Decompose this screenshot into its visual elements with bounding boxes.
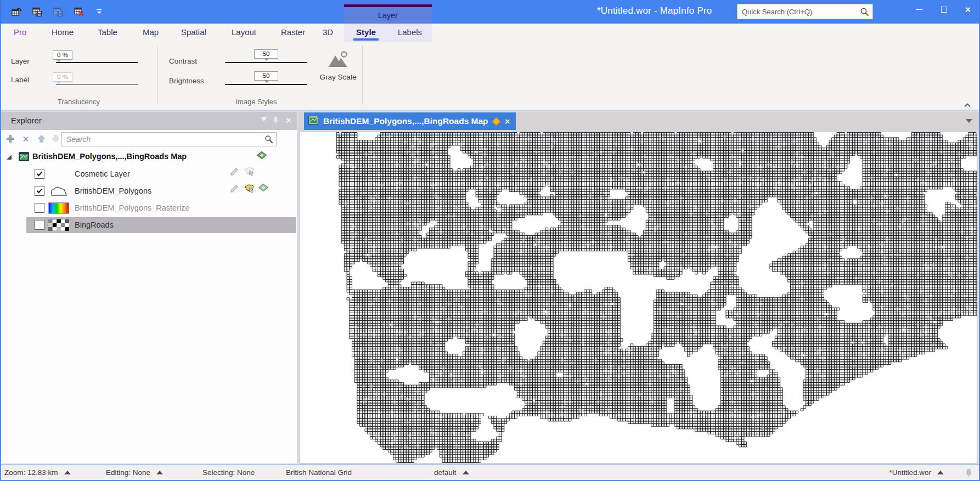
explorer-header: Explorer xyxy=(1,112,297,130)
layer-visibility-checkbox[interactable] xyxy=(35,186,44,196)
tab-labels[interactable]: Labels xyxy=(388,24,432,42)
contrast-track[interactable] xyxy=(225,62,307,63)
map-window xyxy=(300,132,977,463)
quick-search-input[interactable] xyxy=(737,8,860,16)
layer-name: BritishDEM_Polygons_Rasterize xyxy=(75,200,190,216)
notifications-bell-icon[interactable] xyxy=(964,465,973,480)
layer-row-cosmetic[interactable]: Cosmetic Layer xyxy=(26,166,296,182)
close-tab-icon[interactable] xyxy=(504,118,510,124)
tab-layout[interactable]: Layout xyxy=(232,24,256,42)
popup-indicator-icon xyxy=(463,471,469,474)
tab-table[interactable]: Table xyxy=(98,24,117,42)
window-title: *Untitled.wor - MapInfo Pro xyxy=(597,5,712,16)
document-area: BritishDEM_Polygons,...,BingRoads Map xyxy=(298,112,979,463)
contextual-tabs: Style Labels xyxy=(344,24,432,42)
document-tab-bar: BritishDEM_Polygons,...,BingRoads Map xyxy=(298,112,979,131)
close-table-button[interactable] xyxy=(72,5,86,18)
customize-qat-icon[interactable] xyxy=(97,9,102,14)
close-table-icon xyxy=(74,7,85,16)
modified-indicator-icon xyxy=(492,117,500,126)
polygon-style-swatch[interactable] xyxy=(48,185,69,197)
label-translucency-track[interactable] xyxy=(56,84,138,85)
add-button[interactable] xyxy=(4,133,16,145)
label-slider-label: Label xyxy=(11,76,29,84)
move-up-button[interactable] xyxy=(35,133,47,145)
close-panel-icon[interactable] xyxy=(285,117,291,123)
layer-translucency-track[interactable] xyxy=(56,62,138,63)
layer-row-britishdem-polygons[interactable]: BritishDEM_Polygons xyxy=(26,183,296,199)
layer-name: BingRoads xyxy=(75,217,114,233)
ribbon-tab-row: Pro Home Table Map Spatial Layout Raster… xyxy=(0,24,980,42)
status-editing[interactable]: Editing: None xyxy=(106,465,163,480)
status-style[interactable]: default xyxy=(434,465,469,480)
tab-style[interactable]: Style xyxy=(344,24,388,42)
plus-icon xyxy=(6,134,15,143)
gray-scale-button[interactable]: Gray Scale xyxy=(317,45,359,104)
layer-visibility-checkbox[interactable] xyxy=(35,169,44,179)
contrast-value[interactable]: 50 xyxy=(254,49,278,59)
selectable-icon[interactable] xyxy=(244,166,256,178)
maximize-button[interactable] xyxy=(932,0,956,19)
close-icon xyxy=(965,7,971,13)
remove-button[interactable] xyxy=(20,133,32,145)
tile-style-swatch[interactable] xyxy=(48,219,69,231)
explorer-search-input[interactable] xyxy=(62,135,264,144)
layer-row-bingroads[interactable]: BingRoads xyxy=(26,217,296,233)
mapinfo-window: Layer *Untitled.wor - MapInfo Pro Pro Ho… xyxy=(0,0,980,481)
layer-control-icon[interactable] xyxy=(256,151,268,163)
tab-3d[interactable]: 3D xyxy=(323,24,333,42)
layer-row-britishdem-rasterize[interactable]: BritishDEM_Polygons_Rasterize xyxy=(26,200,296,216)
maximize-icon xyxy=(941,7,947,13)
arrow-down-icon xyxy=(52,134,60,143)
brightness-track[interactable] xyxy=(225,84,307,85)
contrast-slider-label: Contrast xyxy=(169,57,197,65)
map-icon xyxy=(19,152,29,163)
tab-pro[interactable]: Pro xyxy=(14,24,26,42)
window-list-dropdown-icon[interactable] xyxy=(966,119,972,126)
open-table-button[interactable] xyxy=(10,5,23,18)
status-zoom[interactable]: Zoom: 12.83 km xyxy=(4,465,71,480)
tab-raster[interactable]: Raster xyxy=(281,24,305,42)
raster-style-swatch[interactable] xyxy=(48,202,69,214)
layer-visibility-checkbox[interactable] xyxy=(35,203,44,213)
tab-home[interactable]: Home xyxy=(52,24,74,42)
zoom-layering-icon[interactable] xyxy=(258,183,270,195)
save-workspace-button[interactable] xyxy=(31,5,44,18)
ribbon-content: Layer 0 % Label 0 % Translucency Contras… xyxy=(0,42,980,110)
label-translucency-value[interactable]: 0 % xyxy=(53,72,72,82)
edit-style-icon[interactable] xyxy=(229,166,241,178)
status-workspace[interactable]: *Untitled.wor xyxy=(889,465,944,480)
arrow-up-icon xyxy=(37,134,46,143)
explorer-title: Explorer xyxy=(11,116,42,125)
editable-icon[interactable] xyxy=(244,183,256,195)
layer-translucency-value[interactable]: 0 % xyxy=(53,50,72,60)
search-icon[interactable] xyxy=(264,135,273,144)
tree-node-map[interactable]: BritishDEM_Polygons,...,BingRoads Map xyxy=(1,149,296,165)
search-icon[interactable] xyxy=(860,7,869,16)
brightness-slider-label: Brightness xyxy=(169,77,204,85)
pin-icon[interactable] xyxy=(272,116,279,127)
map-document-tab[interactable]: BritishDEM_Polygons,...,BingRoads Map xyxy=(304,112,516,130)
minimize-button[interactable] xyxy=(906,0,931,19)
edit-style-icon[interactable] xyxy=(229,183,241,195)
move-down-button[interactable] xyxy=(49,133,61,145)
document-tab-label: BritishDEM_Polygons,...,BingRoads Map xyxy=(323,116,488,126)
close-button[interactable] xyxy=(955,0,980,19)
tab-spatial[interactable]: Spatial xyxy=(181,24,206,42)
map-canvas[interactable] xyxy=(300,132,977,463)
status-bar: Zoom: 12.83 km Editing: None Selecting: … xyxy=(0,464,980,481)
explorer-panel: Explorer xyxy=(1,112,297,463)
layer-visibility-checkbox[interactable] xyxy=(35,220,44,230)
quick-access-toolbar xyxy=(10,5,102,18)
save-table-button[interactable] xyxy=(52,5,65,18)
collapse-ribbon-icon[interactable] xyxy=(964,103,971,107)
brightness-value[interactable]: 50 xyxy=(254,71,278,81)
status-selecting[interactable]: Selecting: None xyxy=(202,465,255,480)
layer-name: BritishDEM_Polygons xyxy=(75,183,151,199)
status-projection[interactable]: British National Grid xyxy=(286,465,352,480)
map-icon xyxy=(308,116,318,127)
expander-icon[interactable] xyxy=(7,155,12,160)
tab-map[interactable]: Map xyxy=(143,24,159,42)
popup-indicator-icon xyxy=(156,471,163,474)
panel-menu-chevron-icon[interactable] xyxy=(261,117,267,125)
